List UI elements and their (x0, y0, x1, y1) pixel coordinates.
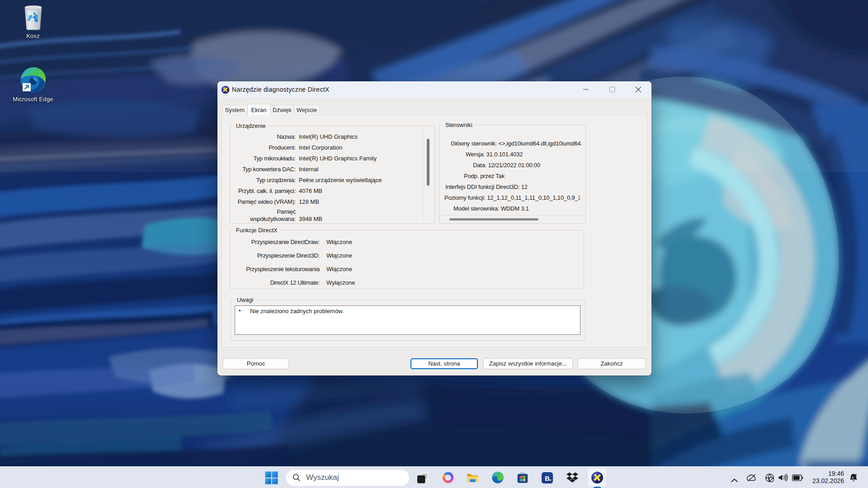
svg-text:z: z (855, 473, 857, 477)
svg-text:z: z (852, 475, 854, 479)
